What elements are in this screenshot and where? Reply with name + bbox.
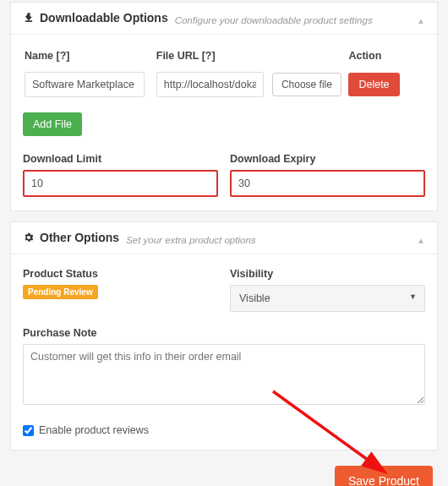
file-url-input[interactable] xyxy=(156,72,264,97)
download-expiry-input[interactable] xyxy=(230,170,425,197)
download-limit-input[interactable] xyxy=(23,170,218,197)
col-name: Name [?] xyxy=(25,50,155,68)
downloadable-options-panel: Downloadable Options Configure your down… xyxy=(10,2,438,211)
panel-title: Downloadable Options xyxy=(40,11,168,25)
save-product-button[interactable]: Save Product xyxy=(335,466,433,486)
enable-reviews-label: Enable product reviews xyxy=(39,424,149,436)
visibility-label: Visibility xyxy=(230,268,425,280)
panel-subtitle: Set your extra product options xyxy=(126,235,255,245)
panel-subtitle: Configure your downloadable product sett… xyxy=(175,15,373,25)
panel-header: Other Options Set your extra product opt… xyxy=(11,222,437,254)
file-row: Choose file Delete xyxy=(25,70,423,106)
product-status-label: Product Status xyxy=(23,268,218,280)
col-action: Action xyxy=(348,50,423,68)
choose-file-button[interactable]: Choose file xyxy=(272,73,341,96)
purchase-note-textarea[interactable] xyxy=(23,344,425,405)
gear-icon xyxy=(23,232,35,243)
add-file-button[interactable]: Add File xyxy=(23,112,82,136)
download-icon xyxy=(23,12,35,24)
collapse-icon[interactable]: ▲ xyxy=(417,16,425,25)
footer: Save Product xyxy=(0,461,448,486)
visibility-select[interactable]: Visible xyxy=(230,285,425,312)
download-expiry-label: Download Expiry xyxy=(230,153,425,165)
delete-button[interactable]: Delete xyxy=(348,73,399,96)
collapse-icon[interactable]: ▲ xyxy=(417,236,425,245)
enable-reviews-checkbox[interactable] xyxy=(23,425,34,436)
other-options-panel: Other Options Set your extra product opt… xyxy=(10,221,438,451)
files-table: Name [?] File URL [?] Action Choose file… xyxy=(23,48,425,107)
status-badge: Pending Review xyxy=(23,285,98,299)
panel-header: Downloadable Options Configure your down… xyxy=(11,3,437,35)
panel-title: Other Options xyxy=(40,231,119,244)
file-name-input[interactable] xyxy=(25,72,145,97)
purchase-note-label: Purchase Note xyxy=(23,327,425,339)
col-url: File URL [?] xyxy=(156,50,347,68)
download-limit-label: Download Limit xyxy=(23,153,218,165)
svg-rect-0 xyxy=(25,21,32,22)
